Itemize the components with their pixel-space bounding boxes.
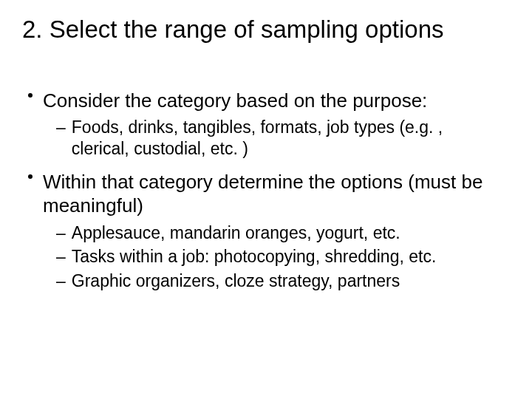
sub-list: – Applesauce, mandarin oranges, yogurt, … bbox=[28, 222, 510, 292]
dash-icon: – bbox=[56, 222, 66, 244]
slide-title: 2. Select the range of sampling options bbox=[22, 15, 510, 44]
bullet-list: Consider the category based on the purpo… bbox=[22, 89, 510, 292]
list-item: – Graphic organizers, cloze strategy, pa… bbox=[56, 270, 510, 292]
bullet-dot-icon bbox=[28, 174, 33, 218]
sub-text: Tasks within a job: photocopying, shredd… bbox=[72, 246, 510, 267]
list-item: – Foods, drinks, tangibles, formats, job… bbox=[56, 117, 510, 160]
dash-icon: – bbox=[56, 246, 66, 267]
list-item: Within that category determine the optio… bbox=[28, 170, 510, 218]
list-item: Consider the category based on the purpo… bbox=[28, 89, 510, 113]
bullet-dot-icon bbox=[28, 93, 33, 113]
sub-text: Foods, drinks, tangibles, formats, job t… bbox=[72, 117, 510, 160]
sub-text: Applesauce, mandarin oranges, yogurt, et… bbox=[72, 222, 510, 244]
dash-icon: – bbox=[56, 117, 66, 160]
bullet-text: Within that category determine the optio… bbox=[43, 170, 510, 218]
list-item: – Tasks within a job: photocopying, shre… bbox=[56, 246, 510, 267]
sub-list: – Foods, drinks, tangibles, formats, job… bbox=[28, 117, 510, 160]
bullet-text: Consider the category based on the purpo… bbox=[43, 89, 510, 113]
dash-icon: – bbox=[56, 270, 66, 292]
list-item: – Applesauce, mandarin oranges, yogurt, … bbox=[56, 222, 510, 244]
sub-text: Graphic organizers, cloze strategy, part… bbox=[72, 270, 510, 292]
